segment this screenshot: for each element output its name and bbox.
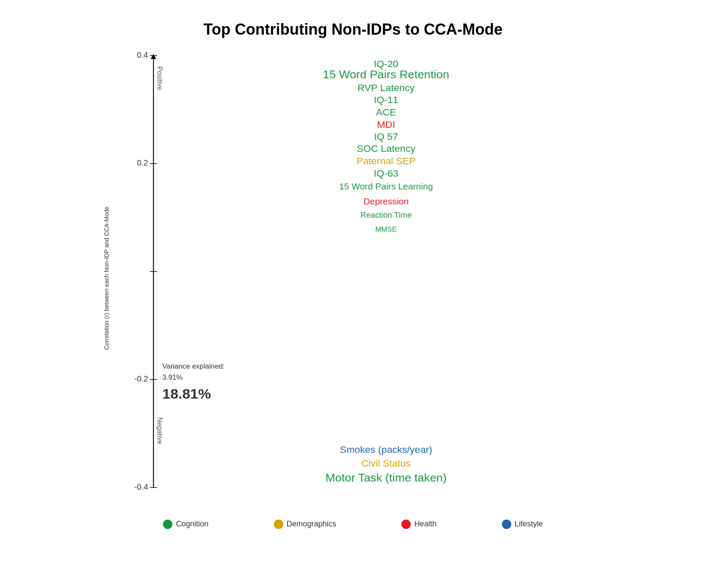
svg-text:MMSE: MMSE [375, 225, 397, 233]
chart-svg: 0.40.2-0.2-0.4PositiveNegativeVariance e… [118, 43, 610, 513]
legend-dot [401, 520, 411, 529]
svg-text:15 Word Pairs Learning: 15 Word Pairs Learning [339, 181, 433, 190]
y-axis-label: Correlation (r) between each Non-IDP and… [96, 43, 118, 513]
legend-label: Demographics [287, 520, 336, 529]
legend-label: Cognition [176, 520, 208, 529]
svg-text:MDI: MDI [377, 119, 395, 130]
svg-text:IQ-20: IQ-20 [374, 59, 399, 69]
svg-text:Positive: Positive [156, 66, 164, 90]
chart-title: Top Contributing Non-IDPs to CCA-Mode [96, 16, 610, 38]
svg-text:3.91%: 3.91% [163, 373, 183, 381]
legend-label: Health [414, 520, 436, 529]
svg-marker-1 [151, 54, 156, 59]
svg-text:Reaction Time: Reaction Time [360, 210, 412, 219]
svg-text:18.81%: 18.81% [163, 386, 211, 401]
svg-text:ACE: ACE [376, 107, 396, 117]
svg-text:Civil Status: Civil Status [362, 458, 411, 468]
svg-text:Paternal SEP: Paternal SEP [356, 156, 415, 166]
svg-text:Variance explained:: Variance explained: [163, 362, 225, 370]
svg-text:-0.2: -0.2 [134, 374, 148, 383]
svg-text:SOC Latency: SOC Latency [357, 143, 416, 154]
legend: CognitionDemographicsHealthLifestyle [96, 515, 610, 533]
chart-container: Top Contributing Non-IDPs to CCA-Mode Co… [96, 16, 610, 572]
svg-text:0.2: 0.2 [137, 158, 148, 167]
svg-text:RVP Latency: RVP Latency [358, 83, 415, 93]
svg-text:IQ 57: IQ 57 [374, 131, 398, 142]
svg-text:Motor Task (time taken): Motor Task (time taken) [326, 471, 447, 484]
svg-text:15 Word Pairs Retention: 15 Word Pairs Retention [323, 68, 449, 80]
chart-inner: 0.40.2-0.2-0.4PositiveNegativeVariance e… [118, 43, 610, 513]
legend-item: Cognition [163, 520, 208, 529]
svg-text:Depression: Depression [363, 196, 409, 206]
legend-dot [502, 520, 511, 529]
svg-text:IQ-63: IQ-63 [374, 168, 399, 178]
svg-text:Negative: Negative [156, 417, 164, 444]
legend-item: Lifestyle [502, 520, 543, 529]
legend-dot [274, 520, 283, 529]
svg-text:IQ-11: IQ-11 [374, 95, 399, 105]
legend-dot [163, 520, 172, 529]
svg-text:-0.4: -0.4 [134, 482, 148, 491]
legend-label: Lifestyle [515, 520, 543, 529]
chart-area: Correlation (r) between each Non-IDP and… [96, 43, 610, 513]
legend-item: Demographics [274, 520, 336, 529]
svg-text:Smokes (packs/year): Smokes (packs/year) [340, 444, 432, 455]
legend-item: Health [401, 520, 436, 529]
svg-text:0.4: 0.4 [137, 50, 148, 59]
